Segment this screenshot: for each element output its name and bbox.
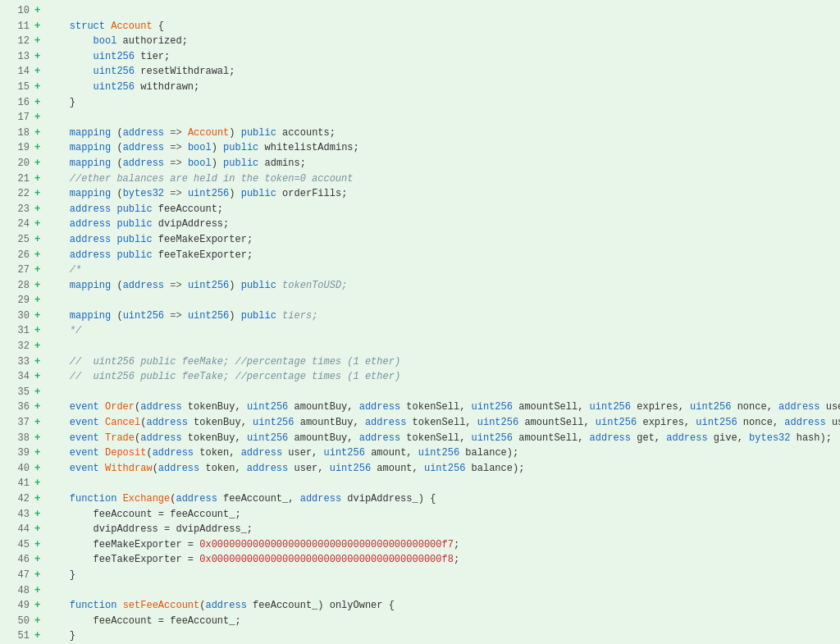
- diff-marker: +: [34, 339, 46, 354]
- line-content: function Exchange(address feeAccount_, a…: [46, 491, 833, 507]
- diff-marker: +: [34, 415, 46, 431]
- line-content: //ether balances are held in the token=0…: [46, 171, 833, 187]
- code-line: 42+ function Exchange(address feeAccount…: [0, 491, 840, 507]
- token: uint256: [590, 401, 631, 413]
- token: feeMakeExporter;: [153, 234, 253, 245]
- token: address: [241, 447, 282, 459]
- token: uint256: [477, 417, 518, 428]
- diff-marker: +: [34, 583, 46, 599]
- line-number: 12: [7, 34, 30, 49]
- line-content: [46, 293, 833, 308]
- diff-marker: +: [34, 431, 46, 446]
- line-number: 13: [7, 49, 30, 65]
- code-line: 43+ feeAccount = feeAccount_;: [0, 507, 840, 523]
- line-number: 34: [7, 369, 30, 385]
- line-content: }: [46, 628, 833, 644]
- code-line: 45+ feeMakeExporter = 0x0000000000000000…: [0, 537, 840, 553]
- line-content: function setFeeAccount(address feeAccoun…: [46, 598, 833, 614]
- line-content: bool authorized;: [46, 34, 833, 49]
- code-line: 15+ uint256 withdrawn;: [0, 80, 840, 95]
- code-line: 44+ dvipAddress = dvipAddress_;: [0, 522, 840, 537]
- token: tokenBuy,: [182, 432, 247, 444]
- diff-marker: +: [34, 476, 46, 491]
- code-line: 47+ }: [0, 568, 840, 583]
- line-number: 22: [7, 186, 30, 202]
- token: (: [111, 280, 122, 291]
- line-number: 43: [7, 507, 30, 523]
- code-line: 12+ bool authorized;: [0, 34, 840, 49]
- token: [46, 234, 70, 245]
- token: public: [241, 188, 276, 199]
- line-number: 47: [7, 568, 30, 583]
- token: (: [111, 188, 122, 199]
- token: dvipAddress = dvipAddress_;: [46, 523, 253, 535]
- token: address: [153, 447, 194, 459]
- token: public: [223, 158, 258, 169]
- token: address: [247, 463, 288, 474]
- token: event: [46, 432, 105, 444]
- code-line: 29+: [0, 293, 840, 308]
- token: Exchange: [123, 493, 171, 505]
- line-content: }: [46, 568, 833, 583]
- token: orderFills;: [276, 188, 347, 199]
- diff-marker: +: [34, 369, 46, 385]
- diff-marker: +: [34, 598, 46, 614]
- diff-marker: +: [34, 568, 46, 583]
- diff-marker: +: [34, 385, 46, 400]
- token: address: [70, 249, 111, 261]
- token: nonce,: [731, 401, 778, 413]
- token: (: [153, 463, 158, 474]
- token: accounts;: [276, 127, 336, 139]
- token: uint256: [330, 463, 371, 474]
- token: feeAccount_,: [217, 493, 300, 505]
- token: event: [46, 463, 105, 474]
- code-line: 34+ // uint256 public feeTake; //percent…: [0, 369, 840, 385]
- token: [46, 127, 70, 139]
- line-content: mapping (bytes32 => uint256) public orde…: [46, 186, 833, 202]
- token: Trade: [105, 432, 135, 444]
- code-line: 30+ mapping (uint256 => uint256) public …: [0, 308, 840, 324]
- code-line: 21+ //ether balances are held in the tok…: [0, 171, 840, 187]
- token: =>: [164, 127, 188, 139]
- diff-marker: +: [34, 140, 46, 156]
- line-number: 20: [7, 156, 30, 171]
- token: uint256: [94, 66, 135, 77]
- line-number: 49: [7, 598, 30, 614]
- line-number: 46: [7, 552, 30, 568]
- diff-marker: +: [34, 156, 46, 171]
- token: balance);: [465, 463, 524, 474]
- token: [46, 112, 52, 123]
- token: [46, 35, 94, 47]
- code-line: 31+ */: [0, 323, 840, 339]
- line-content: mapping (address => uint256) public toke…: [46, 278, 833, 294]
- token: address: [784, 417, 825, 428]
- token: }: [46, 630, 75, 642]
- diff-marker: +: [34, 186, 46, 202]
- token: token,: [194, 447, 241, 459]
- code-line: 25+ address public feeMakeExporter;: [0, 232, 840, 248]
- code-line: 20+ mapping (address => bool) public adm…: [0, 156, 840, 171]
- token: [46, 295, 52, 306]
- token: uint256: [188, 280, 229, 291]
- token: amountSell,: [513, 401, 590, 413]
- token: amount,: [371, 463, 424, 474]
- token: address: [590, 432, 631, 444]
- token: */: [46, 325, 81, 336]
- token: get,: [631, 432, 666, 444]
- token: [116, 600, 122, 611]
- token: user,: [820, 401, 841, 413]
- token: [46, 51, 94, 62]
- line-content: // uint256 public feeTake; //percentage …: [46, 369, 833, 385]
- token: {: [153, 21, 164, 32]
- token: tiers;: [276, 310, 317, 322]
- token: tokenSell,: [406, 417, 477, 428]
- token: //: [46, 371, 94, 382]
- token: address: [778, 401, 819, 413]
- code-line: 41+: [0, 476, 840, 491]
- diff-marker: +: [34, 614, 46, 629]
- line-number: 23: [7, 202, 30, 217]
- token: feeAccount_) onlyOwner {: [247, 600, 395, 611]
- line-content: [46, 110, 833, 126]
- line-number: 10: [7, 3, 30, 19]
- token: amountSell,: [513, 432, 590, 444]
